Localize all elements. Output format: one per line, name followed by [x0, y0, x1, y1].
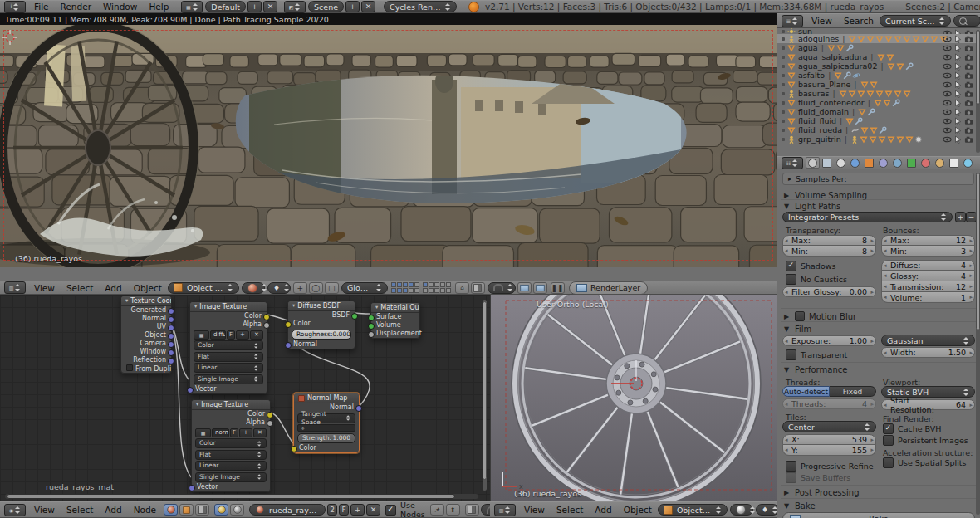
- node-image-texture-normal[interactable]: ▾Image Texture Color Alpha ▦ normal.1002…: [191, 399, 271, 492]
- threads-fixed-button[interactable]: Fixed: [830, 386, 876, 397]
- panel-motion-blur[interactable]: ▶ Motion Blur: [784, 311, 856, 321]
- projection-dropdown[interactable]: Flat: [194, 352, 263, 362]
- editor-type-button-info[interactable]: i: [4, 1, 26, 13]
- filter-width-slider[interactable]: Width:1.50: [881, 347, 975, 358]
- shader-context-world-button[interactable]: [230, 504, 244, 516]
- visibility-toggle[interactable]: [943, 99, 951, 107]
- socket-color-input[interactable]: [291, 446, 297, 452]
- socket-object[interactable]: [168, 333, 174, 340]
- selectability-toggle[interactable]: [953, 135, 962, 144]
- new-image-button[interactable]: +: [239, 428, 252, 437]
- node-image-texture-diffuse[interactable]: ▾Image Texture Color Alpha ▦ diffuse.100…: [189, 301, 267, 394]
- viewport-3d[interactable]: x User Ortho (Local) (36) rueda_rayos: [490, 295, 777, 501]
- layer-toggle[interactable]: [429, 282, 434, 287]
- fake-user-button[interactable]: F: [227, 330, 235, 340]
- bounces-min-slider[interactable]: Min:3: [881, 246, 975, 257]
- render-engine-selector[interactable]: Cycles Render: [384, 1, 457, 12]
- delete-scene-button[interactable]: ✕: [361, 1, 375, 12]
- outliner-item-basura_Plane[interactable]: basura_Plane|: [777, 80, 980, 89]
- outliner-item-agua_salpicadura02[interactable]: agua_salpicadura02|: [777, 61, 980, 71]
- tile-order-dropdown[interactable]: Center: [782, 421, 876, 432]
- layer-toggle[interactable]: [409, 282, 414, 287]
- layer-toggles-group1[interactable]: [391, 282, 419, 293]
- selectability-toggle[interactable]: [953, 71, 962, 80]
- pivot-point-selector[interactable]: ♦: [267, 282, 291, 294]
- image-browse-button[interactable]: ▦: [194, 330, 209, 340]
- tab-material[interactable]: [919, 157, 933, 169]
- screen-layout-selector[interactable]: Default: [205, 1, 246, 12]
- menu-search[interactable]: Search: [838, 16, 880, 26]
- editor-type-button-3dview[interactable]: ▥: [494, 504, 516, 516]
- outliner-item-fluid_contenedor[interactable]: fluid_contenedor|: [777, 98, 980, 107]
- tile-x-slider[interactable]: X:539: [782, 434, 876, 445]
- visibility-toggle[interactable]: [943, 108, 951, 116]
- renderability-toggle[interactable]: [964, 90, 973, 98]
- outliner-vscrollbar[interactable]: [976, 30, 980, 153]
- scene-selector[interactable]: Scene: [308, 1, 344, 12]
- progressive-refine-checkbox[interactable]: Progressive Refine: [786, 461, 874, 471]
- cache-bvh-checkbox[interactable]: Cache BVH: [883, 423, 941, 433]
- render-opengl-button[interactable]: [517, 282, 532, 294]
- selectability-toggle[interactable]: [953, 62, 962, 71]
- threads-count-slider[interactable]: Threads:4: [782, 398, 876, 409]
- outliner-display-mode-selector[interactable]: Current Scene: [880, 15, 951, 27]
- layer-toggle[interactable]: [446, 288, 451, 293]
- editor-type-button-properties[interactable]: ☷: [782, 157, 803, 169]
- socket-generated[interactable]: [168, 308, 174, 315]
- persistent-images-checkbox[interactable]: Persistent Images: [883, 435, 968, 445]
- from-dupli-checkbox[interactable]: From Dupli: [121, 364, 171, 373]
- filter-glossy-slider[interactable]: Filter Glossy:0.00: [782, 286, 876, 297]
- visibility-toggle[interactable]: [943, 90, 951, 98]
- visibility-toggle[interactable]: [943, 126, 951, 134]
- panel-light-paths[interactable]: ▼Light Paths: [784, 201, 840, 211]
- socket-normal[interactable]: [168, 316, 174, 323]
- add-layout-button[interactable]: +: [247, 1, 262, 12]
- properties-vscrollbar[interactable]: [976, 173, 980, 515]
- manipulator-rotate-button[interactable]: ◯: [309, 282, 323, 294]
- selectability-toggle[interactable]: [953, 44, 962, 52]
- bounces-max-slider[interactable]: Max:12: [881, 235, 975, 246]
- layer-toggle[interactable]: [423, 288, 428, 293]
- bake-button[interactable]: Bake: [782, 512, 975, 518]
- transform-orientation-selector[interactable]: Global: [341, 282, 388, 294]
- editor-type-button-outliner[interactable]: ☰: [782, 15, 803, 27]
- outliner-item-basuras[interactable]: basuras|: [777, 89, 980, 98]
- renderability-toggle[interactable]: [964, 62, 973, 71]
- menu-object[interactable]: Object: [618, 505, 658, 515]
- node-editor-canvas[interactable]: ▾Texture Coordinate Generated Normal UV …: [0, 295, 490, 501]
- layer-toggle[interactable]: [446, 282, 451, 287]
- image-name-field[interactable]: diffuse.1002.tif: [210, 330, 226, 340]
- tile-y-slider[interactable]: Y:155: [782, 445, 876, 456]
- color-space-dropdown[interactable]: Color: [195, 438, 267, 448]
- layer-toggle[interactable]: [397, 282, 402, 287]
- normal-space-dropdown[interactable]: Tangent Space: [297, 413, 355, 423]
- layer-toggle[interactable]: [429, 288, 434, 293]
- material-selector[interactable]: rueda_rayos_mat: [249, 504, 326, 516]
- renderability-toggle[interactable]: [964, 126, 973, 134]
- unlink-image-button[interactable]: ✕: [250, 330, 263, 340]
- outliner-item-sun[interactable]: sun: [777, 28, 980, 34]
- renderability-toggle[interactable]: [964, 71, 973, 80]
- menu-select[interactable]: Select: [61, 283, 99, 293]
- color-space-dropdown[interactable]: Color: [194, 340, 263, 350]
- socket-uv[interactable]: [168, 325, 174, 331]
- socket-color-output[interactable]: [263, 314, 270, 320]
- tab-world[interactable]: [848, 157, 862, 169]
- menu-window[interactable]: Window: [97, 2, 143, 12]
- renderability-toggle[interactable]: [964, 35, 973, 43]
- visibility-toggle[interactable]: [943, 81, 951, 89]
- menu-help[interactable]: Help: [143, 2, 174, 12]
- unlink-image-button[interactable]: ✕: [253, 428, 267, 437]
- tab-scene[interactable]: [834, 157, 848, 169]
- viewport-shading-selector[interactable]: [242, 282, 265, 294]
- layer-toggle[interactable]: [434, 282, 439, 287]
- expand-toggle[interactable]: [782, 138, 785, 141]
- mode-selector[interactable]: Object Mode: [658, 504, 728, 516]
- add-material-button[interactable]: +: [350, 504, 365, 516]
- menu-select[interactable]: Select: [551, 505, 589, 515]
- selectability-toggle[interactable]: [953, 99, 962, 107]
- add-scene-button[interactable]: +: [345, 1, 360, 12]
- uv-map-field[interactable]: ❖: [297, 424, 355, 432]
- snap-selector[interactable]: [488, 282, 516, 294]
- manipulator-scale-button[interactable]: ▢: [325, 282, 339, 294]
